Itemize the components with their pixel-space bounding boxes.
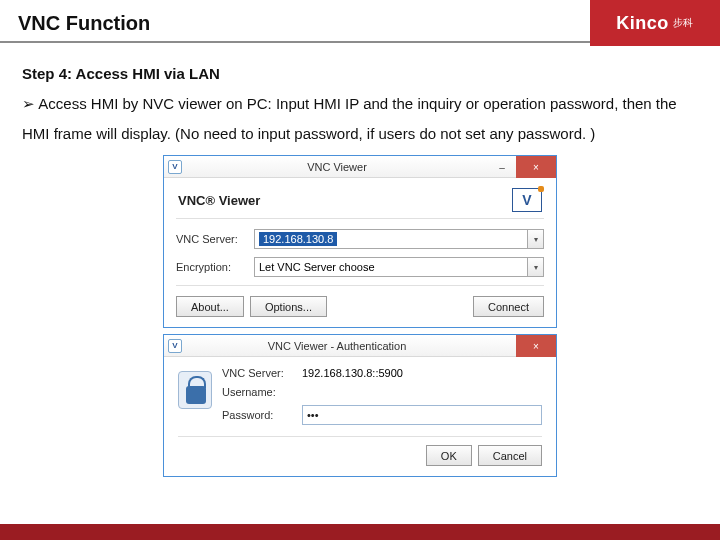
titlebar[interactable]: V VNC Viewer - Authentication × — [164, 335, 556, 357]
username-label: Username: — [222, 386, 302, 398]
close-button[interactable]: × — [516, 335, 556, 357]
window-title: VNC Viewer - Authentication — [188, 340, 556, 352]
auth-server-label: VNC Server: — [222, 367, 302, 379]
encryption-value: Let VNC Server choose — [255, 261, 527, 273]
options-button[interactable]: Options... — [250, 296, 327, 317]
encryption-combobox[interactable]: Let VNC Server choose ▾ — [254, 257, 544, 277]
encryption-label: Encryption: — [176, 261, 254, 273]
connect-button[interactable]: Connect — [473, 296, 544, 317]
app-icon: V — [168, 160, 182, 174]
instruction-body: ➢ Access HMI by NVC viewer on PC: Input … — [22, 89, 698, 149]
brand-heading: VNC® Viewer — [178, 193, 260, 208]
bullet-icon: ➢ — [22, 95, 35, 112]
server-combobox[interactable]: 192.168.130.8 ▾ — [254, 229, 544, 249]
close-button[interactable]: × — [516, 156, 556, 178]
lock-icon — [178, 371, 212, 409]
password-label: Password: — [222, 409, 302, 421]
minimize-button[interactable]: – — [488, 156, 516, 178]
cancel-button[interactable]: Cancel — [478, 445, 542, 466]
server-value: 192.168.130.8 — [259, 232, 337, 246]
step-heading: Step 4: Access HMI via LAN — [22, 59, 698, 89]
ok-button[interactable]: OK — [426, 445, 472, 466]
vnc-viewer-window: V VNC Viewer – × VNC® Viewer V VNC Serve… — [163, 155, 557, 328]
instruction-text: Access HMI by NVC viewer on PC: Input HM… — [22, 95, 677, 142]
app-icon: V — [168, 339, 182, 353]
brand-logo: Kinco 步科 — [590, 0, 720, 46]
brand-logo-sub: 步科 — [673, 16, 694, 30]
chevron-down-icon[interactable]: ▾ — [527, 258, 543, 276]
chevron-down-icon[interactable]: ▾ — [527, 230, 543, 248]
vnc-logo-icon: V — [512, 188, 542, 212]
page-title: VNC Function — [18, 12, 150, 35]
password-input[interactable]: ••• — [302, 405, 542, 425]
brand-logo-text: Kinco — [616, 13, 669, 34]
auth-server-value: 192.168.130.8::5900 — [302, 367, 542, 379]
about-button[interactable]: About... — [176, 296, 244, 317]
vnc-auth-window: V VNC Viewer - Authentication × VNC Serv… — [163, 334, 557, 477]
titlebar[interactable]: V VNC Viewer – × — [164, 156, 556, 178]
server-label: VNC Server: — [176, 233, 254, 245]
footer-bar — [0, 524, 720, 540]
